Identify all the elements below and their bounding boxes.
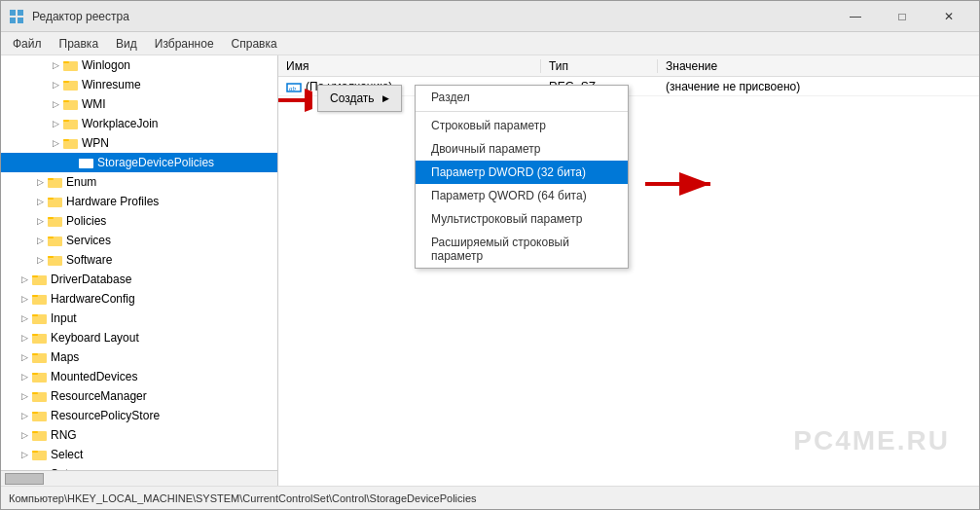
tree-label: Winresume xyxy=(82,78,141,91)
expand-icon: ▷ xyxy=(17,272,32,287)
col-header-value: Значение xyxy=(658,59,979,73)
menu-bar: Файл Правка Вид Избранное Справка xyxy=(1,32,979,55)
expand-icon: ▷ xyxy=(17,349,32,365)
svg-rect-19 xyxy=(48,198,54,200)
tree-item-wmi[interactable]: ▷ WMI xyxy=(1,94,277,114)
folder-icon xyxy=(32,311,48,325)
submenu-multistring[interactable]: Мультистроковый параметр xyxy=(416,207,628,231)
svg-rect-3 xyxy=(18,18,23,23)
submenu-divider xyxy=(416,111,628,112)
menu-edit[interactable]: Правка xyxy=(52,35,107,53)
tree-horizontal-scrollbar[interactable] xyxy=(1,470,277,486)
tree-label: Maps xyxy=(51,350,79,364)
tree-label: Input xyxy=(51,311,77,325)
folder-icon xyxy=(48,175,63,189)
tree-item-enum[interactable]: ▷ Enum xyxy=(1,172,277,192)
folder-icon xyxy=(48,214,63,228)
submenu-string[interactable]: Строковый параметр xyxy=(416,114,628,137)
scrollbar-thumb[interactable] xyxy=(5,473,44,485)
submenu-section[interactable]: Раздел xyxy=(416,86,628,109)
svg-rect-5 xyxy=(63,61,69,63)
folder-icon xyxy=(32,273,48,286)
tree-item-software-control[interactable]: ▷ Software xyxy=(1,250,277,270)
tree-item-workplacejoin[interactable]: ▷ WorkplaceJoin xyxy=(1,114,277,133)
tree-item-storage[interactable]: StorageDevicePolicies xyxy=(1,153,277,172)
tree-item-services[interactable]: ▷ Services xyxy=(1,231,277,250)
tree-item-maps[interactable]: ▷ Maps xyxy=(1,347,277,367)
expand-icon: ▷ xyxy=(17,330,32,346)
tree-item-driverdatabase[interactable]: ▷ DriverDatabase xyxy=(1,270,277,289)
create-button[interactable]: Создать ▶ xyxy=(317,85,402,112)
expand-icon: ▷ xyxy=(17,427,32,443)
create-label: Создать xyxy=(330,91,375,105)
context-submenu: Раздел Строковый параметр Двоичный парам… xyxy=(415,85,629,269)
submenu-qword[interactable]: Параметр QWORD (64 бита) xyxy=(416,184,628,207)
svg-rect-7 xyxy=(63,81,69,83)
close-button[interactable]: ✕ xyxy=(926,1,971,32)
col-header-type: Тип xyxy=(541,59,658,73)
col-header-name: Имя xyxy=(278,59,541,73)
tree-item-rng[interactable]: ▷ RNG xyxy=(1,425,277,445)
tree-item-hardware-profiles[interactable]: ▷ Hardware Profiles xyxy=(1,192,277,211)
cell-value: (значение не присвоено) xyxy=(658,80,979,93)
folder-icon xyxy=(32,292,48,306)
expand-icon: ▷ xyxy=(48,116,63,131)
menu-favorites[interactable]: Избранное xyxy=(147,35,222,53)
tree-item-policies[interactable]: ▷ Policies xyxy=(1,211,277,231)
expand-icon: ▷ xyxy=(17,369,32,384)
svg-rect-1 xyxy=(18,10,23,16)
svg-rect-43 xyxy=(32,431,38,433)
menu-file[interactable]: Файл xyxy=(5,35,50,53)
folder-icon xyxy=(48,234,63,247)
tree-item-input[interactable]: ▷ Input xyxy=(1,309,277,328)
submenu-expandable[interactable]: Расширяемый строковый параметр xyxy=(416,231,628,268)
left-arrow-svg xyxy=(278,87,312,114)
tree-item-hardwareconfig[interactable]: ▷ HardwareConfig xyxy=(1,289,277,309)
status-bar: Компьютер\HKEY_LOCAL_MACHINE\SYSTEM\Curr… xyxy=(1,486,979,509)
folder-icon xyxy=(48,253,63,267)
folder-icon xyxy=(32,331,48,345)
window-controls: — □ ✕ xyxy=(833,1,971,32)
maximize-button[interactable]: □ xyxy=(880,1,925,32)
tree-label: WMI xyxy=(82,97,106,111)
window-title: Редактор реестра xyxy=(32,10,825,23)
svg-rect-21 xyxy=(48,217,54,219)
tree-panel: ▷ Winlogon ▷ Winresume xyxy=(1,55,278,486)
main-content: ▷ Winlogon ▷ Winresume xyxy=(1,55,979,486)
menu-help[interactable]: Справка xyxy=(224,35,285,53)
tree-label: Services xyxy=(66,234,111,247)
expand-icon: ▷ xyxy=(32,194,48,209)
tree-item-wpn[interactable]: ▷ WPN xyxy=(1,133,277,153)
tree-item-resourcepolicystore[interactable]: ▷ ResourcePolicyStore xyxy=(1,406,277,425)
minimize-button[interactable]: — xyxy=(833,1,878,32)
svg-rect-17 xyxy=(48,178,54,180)
svg-rect-23 xyxy=(48,237,54,238)
svg-rect-39 xyxy=(32,392,38,394)
tree-item-mounteddevices[interactable]: ▷ MountedDevices xyxy=(1,367,277,386)
menu-view[interactable]: Вид xyxy=(108,35,145,53)
expand-icon xyxy=(63,155,79,170)
submenu-dword[interactable]: Параметр DWORD (32 бита) xyxy=(416,161,628,184)
tree-item-winlogon[interactable]: ▷ Winlogon xyxy=(1,55,277,75)
svg-rect-41 xyxy=(32,412,38,414)
tree-label: Select xyxy=(51,448,83,461)
tree-scroll[interactable]: ▷ Winlogon ▷ Winresume xyxy=(1,55,277,470)
context-menu-overlay: Создать ▶ Раздел Строковый параметр Двои… xyxy=(317,85,402,112)
tree-label: WorkplaceJoin xyxy=(82,117,158,130)
tree-label: RNG xyxy=(51,428,77,442)
folder-icon xyxy=(79,156,94,169)
tree-item-keyboard[interactable]: ▷ Keyboard Layout xyxy=(1,328,277,347)
expand-icon: ▷ xyxy=(17,408,32,423)
tree-item-select[interactable]: ▷ Select xyxy=(1,445,277,464)
expand-icon: ▷ xyxy=(48,57,63,73)
registry-editor-window: Редактор реестра — □ ✕ Файл Правка Вид И… xyxy=(0,0,980,510)
svg-rect-15 xyxy=(79,159,85,161)
folder-icon xyxy=(32,389,48,403)
svg-rect-35 xyxy=(32,353,38,355)
expand-icon: ▷ xyxy=(48,77,63,92)
expand-icon: ▷ xyxy=(32,233,48,248)
tree-item-resourcemanager[interactable]: ▷ ResourceManager xyxy=(1,386,277,406)
tree-item-winresume[interactable]: ▷ Winresume xyxy=(1,75,277,94)
watermark: PC4ME.RU xyxy=(793,425,950,456)
submenu-binary[interactable]: Двоичный параметр xyxy=(416,137,628,161)
